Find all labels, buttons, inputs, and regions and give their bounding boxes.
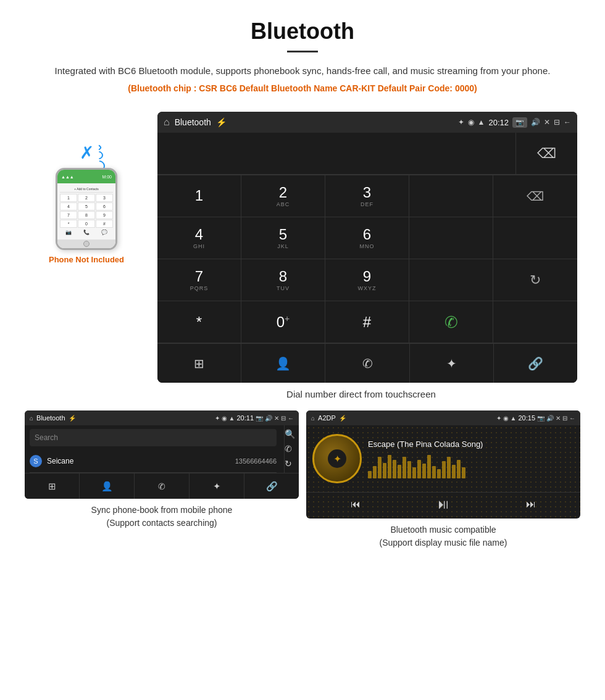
phonebook-main: Search S Seicane 13566664466 (25, 425, 282, 473)
key-call[interactable]: ✆ (409, 301, 493, 343)
key-6[interactable]: 6 MNO (325, 217, 409, 259)
phone-signal: ▲▲▲ (61, 175, 74, 179)
bluetooth-signal-icon: ✗ (80, 143, 94, 162)
pb-contact-icon: 👤 (101, 481, 113, 492)
music-statusbar-right: ✦ ◉ ▲ 20:15 📷 🔊 ✕ ⊟ ← (496, 414, 575, 422)
music-content: ✦ Escape (The Pina Colada Song) (306, 425, 580, 492)
back-icon[interactable]: ← (564, 118, 571, 127)
music-camera-icon[interactable]: 📷 (537, 415, 544, 422)
toolbar-phone-button[interactable]: ✆ (325, 344, 409, 383)
music-x-icon[interactable]: ✕ (556, 415, 561, 422)
pb-bt-toolbar-icon: ✦ (213, 481, 221, 492)
search-action-icon[interactable]: 🔍 (285, 429, 295, 439)
phone-key-9: 9 (96, 211, 113, 219)
phone-name: M:00 (102, 175, 112, 179)
pb-back-icon[interactable]: ← (288, 415, 294, 422)
toolbar-link-button[interactable]: 🔗 (494, 344, 577, 383)
phone-home-button[interactable] (57, 240, 115, 248)
key-5[interactable]: 5 JKL (241, 217, 325, 259)
call-action-icon[interactable]: ✆ (285, 444, 295, 454)
pb-camera-icon[interactable]: 📷 (256, 415, 263, 422)
phone-home-circle (83, 241, 90, 247)
eq-bar (427, 455, 431, 478)
key-1[interactable]: 1 (157, 175, 241, 217)
key-8[interactable]: 8 TUV (241, 259, 325, 301)
phone-key-0: 0 (78, 220, 95, 228)
music-screen: ⌂ A2DP ⚡ ✦ ◉ ▲ 20:15 📷 🔊 ✕ ⊟ ← (306, 410, 580, 519)
music-controls: ⏮ ⏯ ⏭ (306, 492, 580, 519)
pb-usb-icon: ⚡ (69, 415, 76, 422)
music-vol-icon[interactable]: 🔊 (546, 415, 554, 422)
phone-screen: + Add to Contacts 1 2 3 4 5 6 7 8 9 * 0 … (57, 183, 115, 240)
search-bar-row: Search (25, 425, 282, 450)
phonebook-statusbar-right: ✦ ◉ ▲ 20:11 📷 🔊 ✕ ⊟ ← (215, 414, 294, 422)
wifi-icon: ▲ (478, 118, 485, 127)
eq-bar (457, 460, 461, 478)
key-0[interactable]: 0+ (241, 301, 325, 343)
album-art-inner: ✦ (328, 449, 346, 468)
keypad-grid: 1 2 ABC 3 DEF ⌫ 4 GHI 5 JKL (157, 175, 577, 343)
search-bar[interactable]: Search (30, 429, 277, 446)
key-refresh[interactable]: ↻ (493, 259, 577, 301)
bt-music-icon: ✦ (333, 453, 341, 465)
music-home-icon[interactable]: ⌂ (311, 415, 315, 422)
key-backspace[interactable]: ⌫ (493, 175, 577, 217)
page-title: Bluetooth (37, 19, 568, 44)
key-7[interactable]: 7 PQRS (157, 259, 241, 301)
phone-not-included-label: Phone Not Included (49, 255, 124, 264)
contact-item-seicane[interactable]: S Seicane 13566664466 (30, 450, 277, 473)
refresh-action-icon[interactable]: ↻ (285, 459, 295, 469)
phone-key-2: 2 (78, 194, 95, 202)
volume-icon[interactable]: 🔊 (531, 118, 540, 127)
location-icon: ◉ (468, 118, 474, 127)
pb-toolbar-bt[interactable]: ✦ (190, 473, 244, 499)
pb-wifi-icon: ▲ (229, 415, 235, 422)
key-9[interactable]: 9 WXYZ (325, 259, 409, 301)
music-screen-icon[interactable]: ⊟ (562, 415, 567, 422)
pb-screen-icon[interactable]: ⊟ (281, 415, 286, 422)
pb-toolbar-phone[interactable]: ✆ (135, 473, 190, 499)
next-button[interactable]: ⏭ (526, 499, 536, 510)
close-icon[interactable]: ✕ (544, 118, 550, 127)
eq-bar (452, 465, 456, 478)
toolbar-bluetooth-button[interactable]: ✦ (410, 344, 494, 383)
phone-key-5: 5 (78, 202, 95, 210)
toolbar-grid-button[interactable]: ⊞ (157, 344, 241, 383)
dial-statusbar-left: ⌂ Bluetooth ⚡ (164, 117, 227, 128)
pb-x-icon[interactable]: ✕ (274, 415, 279, 422)
eq-bar (462, 467, 465, 478)
music-statusbar: ⌂ A2DP ⚡ ✦ ◉ ▲ 20:15 📷 🔊 ✕ ⊟ ← (306, 410, 580, 425)
phonebook-screenshot: ⌂ Bluetooth ⚡ ✦ ◉ ▲ 20:11 📷 🔊 ✕ ⊟ ← (25, 410, 299, 552)
music-screenshot: ⌂ A2DP ⚡ ✦ ◉ ▲ 20:15 📷 🔊 ✕ ⊟ ← (306, 410, 580, 552)
pb-loc-icon: ◉ (222, 415, 227, 422)
key-hash[interactable]: # (325, 301, 409, 343)
pb-home-icon[interactable]: ⌂ (30, 415, 33, 422)
phone-key-3: 3 (96, 194, 113, 202)
prev-button[interactable]: ⏮ (351, 499, 361, 510)
key-2[interactable]: 2 ABC (241, 175, 325, 217)
key-star[interactable]: * (157, 301, 241, 343)
screen-icon[interactable]: ⊟ (554, 118, 560, 127)
pb-vol-icon[interactable]: 🔊 (265, 415, 272, 422)
phone-key-star: * (60, 220, 77, 228)
dial-statusbar-right: ✦ ◉ ▲ 20:12 📷 🔊 ✕ ⊟ ← (458, 117, 571, 128)
dial-backspace-button[interactable]: ⌫ (515, 133, 577, 174)
eq-bar (412, 467, 416, 478)
eq-bar (398, 465, 401, 478)
home-icon[interactable]: ⌂ (164, 117, 170, 128)
key-4[interactable]: 4 GHI (157, 217, 241, 259)
toolbar-contact-button[interactable]: 👤 (241, 344, 325, 383)
pb-toolbar-link[interactable]: 🔗 (244, 473, 299, 499)
phonebook-toolbar: ⊞ 👤 ✆ ✦ 🔗 (25, 473, 299, 499)
camera-button[interactable]: 📷 (512, 117, 527, 128)
phone-screen-text: + Add to Contacts (60, 186, 113, 193)
music-back-icon[interactable]: ← (569, 415, 575, 422)
pb-toolbar-contact[interactable]: 👤 (80, 473, 135, 499)
page-description: Integrated with BC6 Bluetooth module, su… (37, 64, 568, 78)
key-3[interactable]: 3 DEF (325, 175, 409, 217)
playpause-button[interactable]: ⏯ (436, 496, 450, 512)
pb-time: 20:11 (236, 414, 254, 422)
pb-toolbar-grid[interactable]: ⊞ (25, 473, 80, 499)
phone-shell: ▲▲▲ M:00 + Add to Contacts 1 2 3 4 5 6 7… (56, 168, 117, 250)
eq-bar (447, 457, 451, 478)
